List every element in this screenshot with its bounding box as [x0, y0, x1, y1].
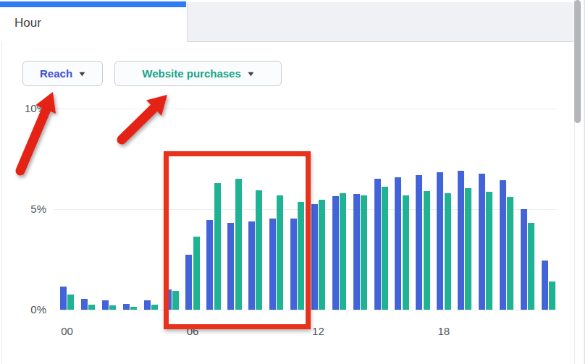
bar-purchases-17 — [424, 191, 430, 310]
bar-reach-14 — [353, 194, 360, 310]
y-axis-label-10%: 10% — [14, 102, 46, 114]
bar-purchases-01 — [88, 305, 95, 310]
bar-purchases-20 — [486, 192, 492, 310]
bar-reach-00 — [60, 287, 67, 310]
bar-purchases-14 — [361, 195, 367, 310]
gridline-10% — [54, 109, 556, 109]
y-axis-label-0%: 0% — [14, 303, 46, 316]
bar-reach-12 — [311, 204, 318, 310]
x-axis-label-00: 00 — [53, 325, 82, 337]
bar-reach-16 — [395, 177, 401, 310]
bar-purchases-13 — [340, 193, 346, 310]
bar-purchases-02 — [109, 305, 116, 310]
bar-purchases-03 — [130, 307, 137, 310]
y-axis-label-5%: 5% — [14, 203, 46, 215]
bar-purchases-12 — [319, 200, 325, 310]
highlight-rectangle — [164, 151, 311, 329]
bar-reach-13 — [332, 196, 339, 310]
bar-reach-02 — [102, 300, 109, 310]
bar-reach-21 — [500, 180, 506, 310]
scrollbar-thumb[interactable] — [574, 0, 581, 123]
bar-purchases-21 — [507, 197, 513, 310]
bar-reach-23 — [542, 261, 548, 310]
bar-purchases-23 — [549, 282, 555, 310]
hourly-breakdown-panel: Hour Reach ▼ Website purchases ▼ 0%5%10%… — [0, 0, 588, 364]
bar-reach-04 — [144, 300, 151, 310]
bar-purchases-04 — [151, 305, 158, 310]
bar-reach-20 — [479, 174, 485, 310]
bar-purchases-19 — [465, 188, 471, 310]
x-axis-label-18: 18 — [429, 325, 458, 337]
bar-reach-03 — [123, 304, 130, 310]
bar-reach-15 — [374, 179, 381, 310]
bar-reach-18 — [437, 172, 443, 310]
bar-purchases-00 — [67, 295, 74, 310]
bar-purchases-15 — [382, 187, 388, 310]
bar-reach-22 — [521, 209, 527, 310]
bar-reach-17 — [416, 175, 422, 310]
bar-purchases-16 — [403, 195, 409, 310]
bar-reach-19 — [458, 171, 464, 310]
bar-purchases-18 — [445, 193, 451, 310]
bar-purchases-22 — [528, 223, 534, 310]
bar-reach-01 — [81, 299, 88, 310]
